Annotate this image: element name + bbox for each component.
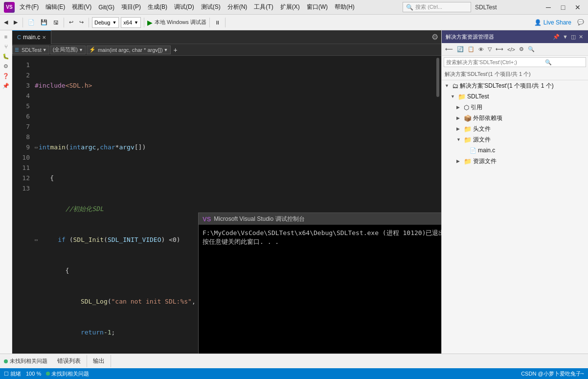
feedback-btn[interactable]: 💬 bbox=[575, 18, 586, 26]
sidebar-icon-help[interactable]: ❓ bbox=[1, 71, 11, 80]
sidebar-icon-settings[interactable]: ⚙ bbox=[1, 62, 11, 71]
menu-help[interactable]: 帮助(H) bbox=[332, 2, 358, 12]
fold-icon-6[interactable]: ▭ bbox=[35, 235, 38, 245]
se-search-btn[interactable]: 🔍 bbox=[526, 46, 536, 53]
source-icon: 📁 bbox=[464, 136, 472, 143]
debug-console-header: VS Microsoft Visual Studio 调试控制台 bbox=[199, 213, 441, 225]
sidebar-icon-explorer[interactable]: ≡ bbox=[1, 32, 11, 41]
redo-btn[interactable]: ↪ bbox=[77, 18, 86, 26]
status-zoom: 100 % bbox=[26, 371, 41, 377]
menu-edit[interactable]: 编辑(E) bbox=[43, 2, 68, 12]
menu-window[interactable]: 窗口(W) bbox=[304, 2, 331, 12]
new-project-btn[interactable]: 📄 bbox=[26, 18, 37, 26]
tree-references-arrow: ▶ bbox=[456, 105, 462, 110]
tree-references[interactable]: ▶ ⬡ 引用 bbox=[442, 102, 588, 113]
sidebar-icon-debug[interactable]: 🐛 bbox=[1, 52, 11, 61]
menu-view[interactable]: 视图(V) bbox=[69, 2, 94, 12]
menu-git[interactable]: Git(G) bbox=[95, 3, 117, 12]
search-box[interactable]: 🔍 搜索 (Ctrl... bbox=[403, 2, 471, 12]
debug-console-body: F:\MyCode\VsCode\SDLTest\x64\Debug\SDLTe… bbox=[199, 225, 441, 354]
close-button[interactable]: ✕ bbox=[571, 2, 584, 13]
editor-tabs: C main.c ✕ ⚙ bbox=[12, 30, 441, 44]
sidebar-icon-bookmark[interactable]: 📌 bbox=[1, 81, 11, 90]
scope-function-dropdown[interactable]: ⚡ main(int argc, char * argv[]) ▼ bbox=[87, 46, 171, 54]
minimize-button[interactable]: ─ bbox=[542, 2, 555, 13]
se-refresh-btn[interactable]: 🔄 bbox=[455, 46, 465, 53]
tab-settings-icon[interactable]: ⚙ bbox=[429, 32, 441, 42]
tree-main-c[interactable]: ▶ 📄 main.c bbox=[442, 145, 588, 156]
title-bar-left: VS 文件(F) 编辑(E) 视图(V) Git(G) 项目(P) 生成(B) … bbox=[4, 2, 358, 13]
debug-mode-dropdown[interactable]: Debug ▼ bbox=[92, 17, 119, 28]
tab-close-icon[interactable]: ✕ bbox=[42, 35, 46, 40]
run-debugger-btn[interactable]: ▶ 本地 Windows 调试器 bbox=[147, 19, 206, 26]
errors-tab[interactable]: 错误列表 bbox=[51, 355, 87, 367]
undo-btn[interactable]: ↩ bbox=[67, 18, 75, 26]
resources-icon: 📁 bbox=[464, 158, 472, 165]
main-c-label: main.c bbox=[478, 147, 495, 154]
resources-label: 资源文件 bbox=[473, 157, 497, 166]
status-right: CSDN @小萝卜爱吃兔子~ bbox=[521, 370, 584, 378]
separator-4 bbox=[144, 18, 144, 27]
scope-add-btn[interactable]: + bbox=[172, 46, 180, 54]
menu-test[interactable]: 测试(S) bbox=[198, 2, 224, 12]
se-gear-btn[interactable]: ⚙ bbox=[518, 46, 525, 53]
tree-source-arrow: ▼ bbox=[456, 137, 462, 142]
se-code-btn[interactable]: </> bbox=[506, 46, 517, 53]
scope-global-dropdown[interactable]: (全局范围) ▼ bbox=[50, 46, 86, 54]
panel-close-btn[interactable]: ✕ bbox=[578, 34, 584, 40]
solution-label-node: 解决方案'SDLTest'(1 个项目/共 1 个) bbox=[460, 82, 554, 90]
tree-headers[interactable]: ▶ 📁 头文件 bbox=[442, 123, 588, 134]
maximize-button[interactable]: □ bbox=[557, 2, 569, 13]
play-icon: ▶ bbox=[147, 19, 153, 26]
debug-console-title: Microsoft Visual Studio 调试控制台 bbox=[214, 215, 304, 223]
debug-line-1: F:\MyCode\VsCode\SDLTest\x64\Debug\SDLTe… bbox=[203, 229, 441, 237]
live-share-icon: 👤 bbox=[534, 19, 542, 26]
menu-bar: 文件(F) 编辑(E) 视图(V) Git(G) 项目(P) 生成(B) 调试(… bbox=[17, 2, 358, 12]
scope-project-dropdown[interactable]: ☰ SDLTest ▼ bbox=[12, 46, 49, 54]
code-editor[interactable]: 1 2 3 4 5 6 7 8 9 10 11 12 13 #include<S… bbox=[12, 56, 441, 354]
tree-solution[interactable]: ▼ 🗂 解决方案'SDLTest'(1 个项目/共 1 个) bbox=[442, 80, 588, 91]
se-search-input[interactable] bbox=[446, 59, 544, 65]
tree-project[interactable]: ▼ 📁 SDLTest bbox=[442, 91, 588, 102]
se-search-box[interactable]: 🔍 bbox=[444, 57, 586, 67]
save-btn[interactable]: 💾 bbox=[39, 18, 49, 26]
save-all-btn[interactable]: 🖫 bbox=[51, 19, 61, 26]
project-label: SDLTest bbox=[467, 93, 489, 100]
menu-debug[interactable]: 调试(D) bbox=[171, 2, 197, 12]
menu-extensions[interactable]: 扩展(X) bbox=[277, 2, 303, 12]
se-show-all-btn[interactable]: 👁 bbox=[477, 46, 485, 53]
scroll-thumb[interactable] bbox=[436, 58, 439, 97]
solution-explorer-panel: 解决方案资源管理器 📌 ▼ ◫ ✕ ⟵ 🔄 📋 👁 ▽ ⟷ </> ⚙ 🔍 🔍 bbox=[441, 30, 588, 354]
menu-project[interactable]: 项目(P) bbox=[118, 2, 144, 12]
main-c-tab[interactable]: C main.c ✕ bbox=[12, 30, 51, 44]
menu-file[interactable]: 文件(F) bbox=[17, 2, 42, 12]
output-tab[interactable]: 输出 bbox=[87, 355, 111, 367]
sidebar-icons: ≡ ⑂ 🐛 ⚙ ❓ 📌 bbox=[0, 30, 12, 354]
menu-build[interactable]: 生成(B) bbox=[145, 2, 170, 12]
panel-pin-btn[interactable]: 📌 bbox=[552, 34, 561, 40]
se-back-btn[interactable]: ⟵ bbox=[444, 46, 454, 53]
menu-tools[interactable]: 工具(T) bbox=[251, 2, 276, 12]
checkbox-icon: ☐ bbox=[4, 371, 9, 377]
platform-arrow-icon: ▼ bbox=[134, 20, 138, 25]
solution-label-text: 解决方案'SDLTest'(1 个项目/共 1 个) bbox=[445, 71, 531, 77]
sidebar-icon-git[interactable]: ⑂ bbox=[1, 42, 11, 51]
se-filter-btn[interactable]: ▽ bbox=[486, 46, 493, 53]
panel-float-btn[interactable]: ◫ bbox=[570, 34, 577, 40]
panel-dropdown-btn[interactable]: ▼ bbox=[562, 34, 569, 40]
live-share-button[interactable]: 👤 Live Share bbox=[534, 19, 571, 26]
tree-ext-deps[interactable]: ▶ 📦 外部依赖项 bbox=[442, 113, 588, 123]
pause-btn[interactable]: ⏸ bbox=[213, 19, 222, 26]
bottom-panel: 未找到相关问题 错误列表 输出 bbox=[0, 354, 588, 368]
se-properties-btn[interactable]: 📋 bbox=[466, 46, 476, 53]
platform-dropdown[interactable]: x64 ▼ bbox=[121, 17, 141, 28]
se-switch-view-btn[interactable]: ⟷ bbox=[494, 46, 505, 53]
menu-analyze[interactable]: 分析(N) bbox=[225, 2, 250, 12]
tree-view: ▼ 🗂 解决方案'SDLTest'(1 个项目/共 1 个) ▼ 📁 SDLTe… bbox=[442, 80, 588, 354]
toolbar-forward-btn[interactable]: ▶ bbox=[12, 18, 20, 26]
tree-resources[interactable]: ▶ 📁 资源文件 bbox=[442, 156, 588, 166]
solution-icon: 🗂 bbox=[452, 82, 458, 90]
fold-icon-3[interactable]: ▭ bbox=[35, 142, 38, 152]
toolbar-back-btn[interactable]: ◀ bbox=[2, 18, 10, 26]
tree-source[interactable]: ▼ 📁 源文件 bbox=[442, 134, 588, 145]
